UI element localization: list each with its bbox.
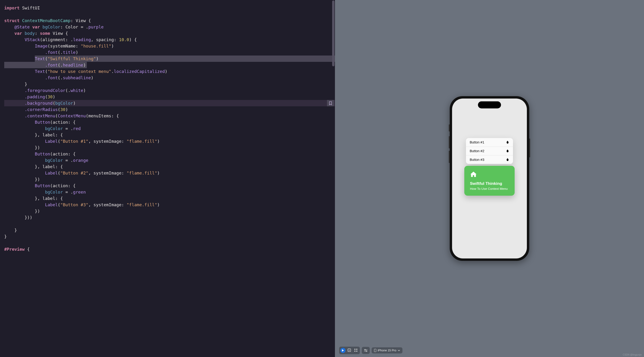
enum-white: white (70, 88, 83, 93)
code-text: , systemImage: (88, 202, 127, 207)
simulator-frame: Button #1 Button #2 Button #3 Swiftful T… (450, 96, 529, 261)
svg-point-6 (364, 349, 366, 350)
code-text: ( (55, 113, 58, 118)
context-menu: Button #1 Button #2 Button #3 (466, 138, 513, 164)
chevron-down-icon (398, 350, 400, 351)
simulator-screen[interactable]: Button #1 Button #2 Button #3 Swiftful T… (452, 98, 527, 258)
number: 30 (60, 107, 66, 112)
enum-title: title (63, 50, 76, 55)
code-text: } (14, 228, 17, 232)
enum-orange: orange (73, 158, 88, 163)
code-text: , systemImage: (88, 139, 127, 144)
context-menu-item-3[interactable]: Button #3 (466, 156, 513, 164)
preview-macro: #Preview (4, 247, 25, 252)
code-text: } (25, 82, 27, 86)
context-menu-item-1[interactable]: Button #1 (466, 138, 513, 147)
selectable-preview-button[interactable] (346, 348, 352, 352)
variants-button[interactable] (353, 348, 359, 352)
var-body: body (25, 31, 35, 36)
svg-point-8 (366, 351, 367, 352)
kw-some: some (40, 31, 50, 36)
code-text: ) (73, 101, 76, 106)
enum-subheadline: subheadline (63, 75, 91, 80)
code-text: ( (58, 202, 60, 207)
string: "how to use context menu" (48, 69, 111, 74)
code-text: (systemName: (48, 44, 81, 48)
toolbar-group-run (339, 347, 360, 354)
enum-headline: headline (63, 62, 83, 68)
cursor-box-icon (348, 348, 351, 352)
code-text: (. (66, 88, 70, 93)
number: 10.0 (119, 37, 129, 42)
code-text: ) (165, 69, 168, 74)
code-text: ) (96, 56, 98, 61)
type-vstack: VStack (25, 37, 40, 42)
code-text: ) { (129, 37, 137, 42)
run-button[interactable] (340, 348, 346, 353)
var-ref: bgColor (45, 190, 63, 194)
type-label: Label (45, 202, 58, 207)
code-text: }, label: { (35, 164, 63, 169)
phone-side-button (449, 124, 450, 132)
type-button: Button (35, 183, 50, 188)
string: "Button #3" (60, 202, 88, 207)
toolbar-group-settings (362, 347, 370, 354)
type-button: Button (35, 120, 50, 125)
code-text: ) (157, 139, 160, 144)
code-text: ) (83, 62, 86, 68)
code-text: }, label: { (35, 132, 63, 137)
code-text: ( (58, 170, 60, 176)
content-card[interactable]: Swiftful Thinking How To Use Context Men… (464, 166, 515, 196)
code-text: (action: { (50, 120, 76, 125)
string: "Button #2" (60, 170, 88, 176)
menu-label: Button #1 (470, 140, 484, 144)
var-ref: bgColor (45, 126, 63, 131)
watermark: CSDN @lingjunjie (623, 354, 642, 356)
enum-red: red (73, 126, 81, 131)
code-text: (. (58, 62, 63, 68)
var-name: bgColor (42, 24, 60, 30)
preview-toolbar: iPhone 15 Pro (339, 347, 402, 354)
code-text: = . (63, 158, 73, 163)
preview-canvas[interactable]: Button #1 Button #2 Button #3 Swiftful T… (335, 0, 644, 357)
svg-rect-3 (354, 351, 356, 352)
play-icon (342, 349, 344, 352)
preview-settings-button[interactable] (363, 348, 368, 353)
code-text: ( (58, 139, 60, 144)
code-text: ( (53, 101, 55, 106)
code-text: { (25, 247, 30, 252)
code-text: }, label: { (35, 196, 63, 201)
string: "house.fill" (81, 44, 111, 48)
attr-state: @State (14, 24, 30, 30)
svg-rect-4 (356, 351, 357, 352)
code-text: : Color = . (60, 24, 88, 30)
kw-var: var (32, 24, 40, 30)
enum-leading: leading (73, 37, 91, 42)
module-name: SwiftUI (22, 6, 40, 10)
struct-name: ContextMenuBootCamp (22, 18, 70, 23)
code-text: ) (83, 88, 86, 93)
device-selector[interactable]: iPhone 15 Pro (372, 347, 402, 354)
type-label: Label (45, 170, 58, 176)
editor-scrollbar[interactable] (332, 0, 335, 357)
enum-purple: purple (88, 24, 104, 30)
code-text: ( (45, 69, 48, 74)
code-text: (action: { (50, 152, 76, 156)
context-menu-item-2[interactable]: Button #2 (466, 147, 513, 156)
number: 30 (48, 94, 53, 99)
code-text: , systemImage: (88, 170, 127, 176)
code-text: , spacing: (91, 37, 119, 42)
grid-icon (354, 348, 358, 352)
code-text: }) (35, 208, 40, 214)
var-ref: bgColor (45, 158, 63, 163)
flame-icon (506, 149, 509, 153)
code-editor[interactable]: import SwiftUI struct ContextMenuBootCam… (0, 0, 335, 357)
type-button: Button (35, 152, 50, 156)
code-text: (. (58, 50, 63, 55)
code-text: . (111, 69, 114, 74)
scrollbar-thumb[interactable] (332, 0, 334, 66)
string: "flame.fill" (126, 139, 157, 144)
enum-green: green (73, 190, 86, 194)
code-text: ( (45, 94, 48, 99)
type-image: Image (35, 44, 48, 48)
